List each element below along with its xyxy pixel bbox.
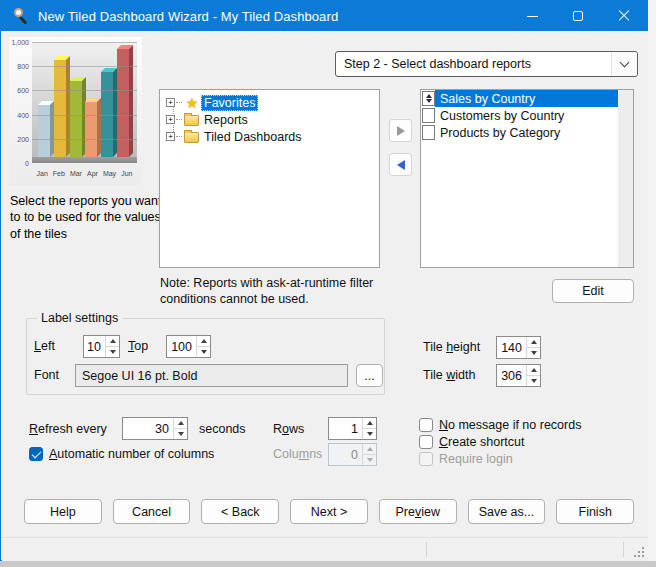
expand-icon[interactable]: + [166,115,175,124]
spin-down-button[interactable] [174,428,187,439]
tile-height-spinner[interactable]: 140 [496,336,541,359]
reorder-handle[interactable] [422,91,435,106]
require-login-checkbox: Require login [419,451,513,467]
tree-item-tiled-dashboards[interactable]: + Tiled Dashboards [162,128,377,145]
font-browse-button[interactable]: ... [356,364,383,387]
chart-y-axis: 1,0008006004002000 [9,42,31,163]
refresh-value[interactable]: 30 [123,418,173,439]
group-legend: Label settings [37,311,122,325]
refresh-label: Refresh every [29,418,107,441]
checkbox-icon [419,435,433,449]
spin-down-button [363,454,376,465]
chevron-down-icon [620,58,630,68]
chart-plot [32,42,137,163]
titlebar[interactable]: New Tiled Dashboard Wizard - My Tiled Da… [1,1,647,31]
up-down-arrows-icon [426,94,432,98]
list-item-label: Sales by Country [435,90,618,107]
next-button[interactable]: Next > [290,499,368,524]
spin-down-button[interactable] [527,347,540,358]
left-arrow-icon [397,160,405,170]
spin-down-button[interactable] [197,346,210,357]
step-selector[interactable]: Step 2 - Select dashboard reports [335,51,638,77]
help-button[interactable]: Help [24,499,102,524]
edit-button[interactable]: Edit [552,279,634,303]
back-button[interactable]: < Back [201,499,279,524]
report-tree[interactable]: + ★ Favorites + Reports + Tiled Dashboar… [159,89,380,268]
finish-button[interactable]: Finish [556,499,634,524]
list-item[interactable]: Sales by Country [421,90,618,107]
tile-width-label: Tile width [423,364,475,387]
desktop-backdrop-bottom [0,561,656,567]
maximize-button[interactable] [555,1,601,31]
list-item[interactable]: Customers by Country [421,107,618,124]
cancel-button[interactable]: Cancel [113,499,191,524]
tree-item-reports[interactable]: + Reports [162,111,377,128]
minimize-icon [527,16,538,17]
dialog-client-area: 1,0008006004002000 JanFebMarAprMayJun Se… [2,31,648,561]
font-field[interactable]: Segoe UI 16 pt. Bold [75,364,348,387]
automatic-columns-checkbox[interactable]: Automatic number of columns [29,446,214,462]
seconds-label: seconds [199,418,246,441]
remove-report-button[interactable] [389,153,412,176]
minimize-button[interactable] [509,1,555,31]
spin-up-button[interactable] [197,336,210,346]
up-arrow-icon [201,339,207,343]
spin-up-button[interactable] [363,418,376,428]
add-report-button[interactable] [389,119,412,142]
expand-icon[interactable]: + [166,98,175,107]
save-as-button[interactable]: Save as... [468,499,546,524]
no-message-checkbox[interactable]: No message if no records [419,417,581,433]
close-icon [618,10,630,22]
chart-thumbnail: 1,0008006004002000 JanFebMarAprMayJun [9,37,142,185]
rows-value[interactable]: 1 [329,418,362,439]
tree-item-label: Favorites [201,95,258,111]
tile-height-value[interactable]: 140 [497,337,526,358]
list-item[interactable]: Products by Category [421,124,618,141]
spin-down-button[interactable] [363,428,376,439]
tree-connector [176,102,182,103]
columns-spinner: 0 [328,443,377,466]
checkbox-label: Create shortcut [439,435,524,449]
spin-up-button[interactable] [527,365,540,375]
close-button[interactable] [601,1,647,31]
desktop-backdrop-right [648,0,656,561]
spin-up-button[interactable] [106,336,119,346]
columns-value: 0 [329,444,362,465]
expand-icon[interactable]: + [166,132,175,141]
tile-width-spinner[interactable]: 306 [496,364,541,387]
list-scrollbar[interactable] [618,90,633,267]
down-arrow-icon [367,432,373,436]
left-spinner-value[interactable]: 10 [84,336,105,357]
rows-label: Rows [273,418,304,441]
up-arrow-icon [367,421,373,425]
star-icon: ★ [183,96,201,110]
spin-down-button[interactable] [527,375,540,386]
spin-down-button[interactable] [106,346,119,357]
down-arrow-icon [531,379,537,383]
up-arrow-icon [367,447,373,451]
up-arrow-icon [110,339,116,343]
spin-up-button[interactable] [174,418,187,428]
right-arrow-icon [397,126,405,136]
tile-width-value[interactable]: 306 [497,365,526,386]
down-arrow-icon [178,432,184,436]
up-arrow-icon [531,368,537,372]
combo-dropdown-button[interactable] [611,52,637,76]
tree-connector [176,119,182,120]
tree-connector [176,136,182,137]
create-shortcut-checkbox[interactable]: Create shortcut [419,434,524,450]
resize-grip[interactable] [633,546,644,557]
preview-button[interactable]: Preview [379,499,457,524]
selected-reports-list[interactable]: Sales by Country Customers by Country Pr… [420,89,634,268]
top-spinner[interactable]: 100 [166,335,211,358]
columns-label: Columns [273,443,322,466]
up-down-arrows-icon [426,99,432,103]
top-spinner-value[interactable]: 100 [167,336,196,357]
tree-item-favorites[interactable]: + ★ Favorites [162,94,377,111]
spin-up-button[interactable] [527,337,540,347]
rows-spinner[interactable]: 1 [328,417,377,440]
list-item-label: Customers by Country [435,107,618,124]
window-title: New Tiled Dashboard Wizard - My Tiled Da… [38,9,338,24]
refresh-spinner[interactable]: 30 [122,417,188,440]
left-spinner[interactable]: 10 [83,335,120,358]
